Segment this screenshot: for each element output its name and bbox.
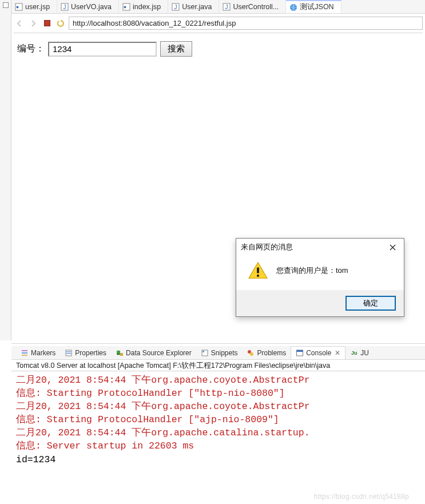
svg-rect-17 bbox=[66, 351, 71, 352]
editor-tab-strip: user.jspJUserVO.javaindex.jspJUser.javaJ… bbox=[11, 0, 425, 14]
view-tab-data-source-explorer[interactable]: Data Source Explorer bbox=[111, 346, 196, 359]
view-tab-ju[interactable]: JuJU bbox=[345, 346, 374, 359]
url-input[interactable]: http://localhost:8080/vacation_12_0221/r… bbox=[69, 17, 423, 30]
svg-rect-13 bbox=[22, 352, 27, 354]
alert-title: 来自网页的消息 bbox=[241, 242, 293, 252]
editor-tab-5[interactable]: 测试JSON bbox=[286, 0, 341, 13]
warning-icon bbox=[248, 261, 268, 280]
page-canvas: 编号： 搜索 来自网页的消息 您查询的用户是：to bbox=[14, 33, 423, 340]
alert-close-button[interactable] bbox=[386, 241, 399, 253]
url-text: http://localhost:8080/vacation_12_0221/r… bbox=[73, 19, 236, 27]
markers-icon bbox=[21, 349, 29, 357]
svg-text:J: J bbox=[225, 4, 228, 10]
java-icon: J bbox=[223, 3, 231, 11]
stop-button[interactable] bbox=[41, 18, 53, 29]
jsp-icon bbox=[15, 3, 23, 11]
search-button[interactable]: 搜索 bbox=[160, 41, 192, 57]
properties-icon bbox=[65, 349, 73, 357]
browser-toolbar: http://localhost:8080/vacation_12_0221/r… bbox=[14, 16, 423, 30]
console-line: 二月20, 2021 8:54:44 下午org.apache.catalina… bbox=[16, 427, 310, 438]
data-source-icon bbox=[116, 349, 124, 357]
view-tab-label: Console bbox=[306, 349, 331, 357]
svg-point-5 bbox=[124, 6, 126, 8]
editor-tab-3[interactable]: JUser.java bbox=[168, 0, 219, 13]
bottom-panel: MarkersPropertiesData Source ExplorerSni… bbox=[11, 343, 425, 504]
view-tab-label: Problems bbox=[257, 349, 286, 357]
editor-tab-1[interactable]: JUserVO.java bbox=[57, 0, 119, 13]
console-line: 二月20, 2021 8:54:44 下午org.apache.coyote.A… bbox=[16, 375, 310, 386]
editor-tab-label: UserControll... bbox=[233, 3, 279, 11]
editor-tab-0[interactable]: user.jsp bbox=[11, 0, 57, 13]
outline-toggle-icon[interactable] bbox=[3, 2, 9, 8]
jsp-icon bbox=[122, 3, 130, 11]
snippets-icon bbox=[201, 349, 209, 357]
stop-icon bbox=[44, 20, 50, 26]
editor-area: user.jspJUserVO.javaindex.jspJUser.javaJ… bbox=[11, 0, 425, 340]
svg-point-1 bbox=[17, 6, 19, 8]
svg-rect-15 bbox=[22, 355, 27, 356]
close-icon bbox=[390, 244, 396, 251]
console-line: 信息: Server startup in 22603 ms bbox=[16, 440, 194, 451]
editor-tab-label: User.java bbox=[182, 3, 212, 11]
svg-rect-28 bbox=[297, 350, 303, 352]
svg-text:J: J bbox=[63, 4, 66, 10]
alert-message: 您查询的用户是：tom bbox=[276, 265, 348, 276]
svg-rect-18 bbox=[66, 353, 71, 354]
globe-icon bbox=[289, 3, 297, 11]
vertical-ruler bbox=[0, 0, 11, 340]
svg-rect-14 bbox=[22, 350, 27, 351]
editor-tab-label: user.jsp bbox=[25, 3, 50, 11]
back-button[interactable] bbox=[14, 18, 25, 29]
view-tab-console[interactable]: Console✕ bbox=[291, 346, 345, 359]
alert-titlebar[interactable]: 来自网页的消息 bbox=[236, 239, 404, 256]
svg-point-21 bbox=[117, 353, 120, 355]
id-label: 编号： bbox=[17, 43, 45, 55]
view-tab-snippets[interactable]: Snippets bbox=[196, 346, 243, 359]
svg-rect-12 bbox=[257, 275, 259, 277]
console-icon bbox=[296, 349, 304, 357]
svg-rect-22 bbox=[120, 353, 123, 356]
refresh-button[interactable] bbox=[55, 18, 66, 29]
svg-rect-11 bbox=[257, 268, 259, 273]
forward-button[interactable] bbox=[27, 18, 39, 29]
alert-footer: 确定 bbox=[236, 290, 404, 316]
svg-text:J: J bbox=[174, 4, 177, 10]
internal-browser: http://localhost:8080/vacation_12_0221/r… bbox=[11, 14, 425, 340]
view-tab-markers[interactable]: Markers bbox=[16, 346, 60, 359]
editor-tab-4[interactable]: JUserControll... bbox=[219, 0, 286, 13]
java-icon: J bbox=[61, 3, 69, 11]
editor-tab-label: 测试JSON bbox=[300, 2, 333, 12]
console-line: 信息: Starting ProtocolHandler ["ajp-nio-8… bbox=[16, 414, 279, 425]
alert-dialog: 来自网页的消息 您查询的用户是：tom 确定 bbox=[236, 238, 404, 317]
editor-tab-label: UserVO.java bbox=[71, 3, 112, 11]
view-tab-close-icon[interactable]: ✕ bbox=[335, 349, 340, 357]
search-form: 编号： 搜索 bbox=[17, 41, 419, 57]
id-input[interactable] bbox=[48, 42, 157, 57]
java-icon: J bbox=[172, 3, 180, 11]
console-line: 信息: Starting ProtocolHandler ["http-nio-… bbox=[16, 388, 285, 399]
view-tab-label: Snippets bbox=[211, 349, 238, 357]
svg-rect-24 bbox=[202, 351, 204, 352]
view-tab-strip: MarkersPropertiesData Source ExplorerSni… bbox=[11, 346, 425, 360]
console-breadcrumb: Tomcat v8.0 Server at localhost [Apache … bbox=[11, 360, 425, 371]
console-line: 二月20, 2021 8:54:44 下午org.apache.coyote.A… bbox=[16, 401, 310, 412]
view-tab-properties[interactable]: Properties bbox=[60, 346, 111, 359]
svg-point-26 bbox=[250, 352, 253, 356]
view-tab-label: Data Source Explorer bbox=[126, 349, 192, 357]
alert-ok-button[interactable]: 确定 bbox=[345, 296, 396, 311]
view-tab-label: Markers bbox=[31, 349, 55, 357]
problems-icon bbox=[247, 349, 255, 357]
console-output[interactable]: 二月20, 2021 8:54:44 下午org.apache.coyote.A… bbox=[11, 371, 425, 504]
junit-icon: Ju bbox=[350, 349, 358, 357]
view-tab-label: Properties bbox=[75, 349, 106, 357]
editor-tab-label: index.jsp bbox=[133, 3, 161, 11]
console-line: id=1234 bbox=[16, 454, 55, 465]
editor-tab-2[interactable]: index.jsp bbox=[119, 0, 168, 13]
view-tab-label: JU bbox=[360, 349, 369, 357]
view-tab-problems[interactable]: Problems bbox=[242, 346, 291, 359]
